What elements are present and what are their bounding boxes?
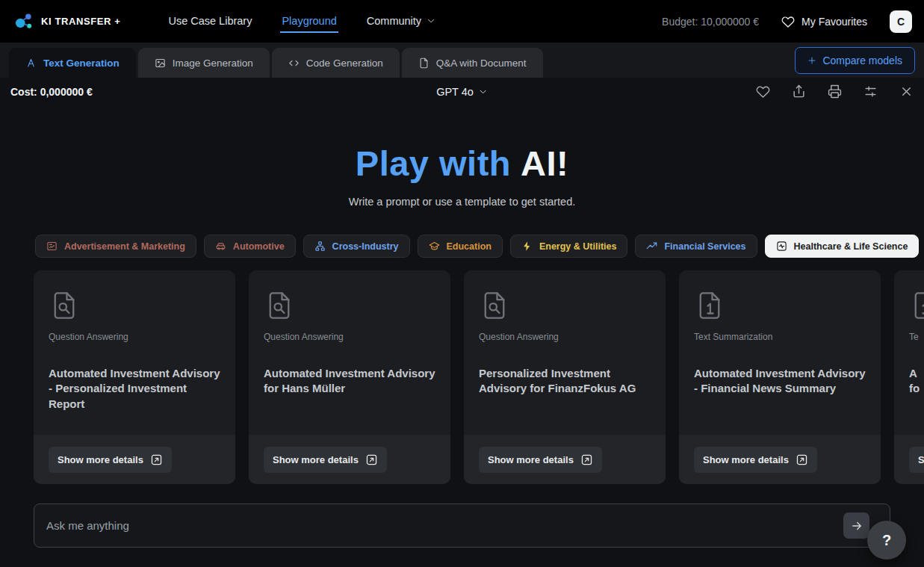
use-case-card: Question AnsweringPersonalized Investmen… — [464, 270, 666, 484]
card-title: Automated Investment Advisory for Hans M… — [264, 366, 435, 397]
arrow-up-right-icon — [365, 453, 378, 466]
tab-text-generation[interactable]: Text Generation — [9, 48, 136, 78]
logo-text: KI TRANSFER + — [41, 16, 120, 27]
close-icon[interactable] — [899, 84, 914, 99]
pulse-icon — [776, 241, 787, 252]
card-category-label: Question Answering — [479, 332, 651, 342]
use-case-cards: Question AnsweringAutomated Investment A… — [0, 270, 924, 484]
prompt-area — [34, 504, 890, 548]
logo-icon — [12, 10, 34, 33]
page-title-accent: Play with — [356, 143, 511, 183]
tune-icon[interactable] — [863, 84, 878, 99]
show-more-details-label: Show more details — [703, 454, 789, 465]
question-answering-icon — [264, 288, 295, 323]
generation-tabs: Text GenerationImage GenerationCode Gene… — [9, 48, 545, 78]
text-summarization-icon — [694, 288, 725, 323]
card-footer: Show more details — [34, 435, 235, 484]
compare-models-label: Compare models — [822, 55, 902, 66]
avatar[interactable]: C — [890, 10, 912, 33]
category-chip-financial-services[interactable]: Financial Services — [635, 235, 757, 258]
print-icon[interactable] — [828, 84, 842, 99]
qa-document-icon — [418, 58, 430, 69]
chip-label: Financial Services — [664, 241, 745, 252]
playground-toolbar: Cost: 0,000000 € GPT 4o — [0, 78, 924, 105]
graduation-cap-icon — [429, 241, 440, 252]
use-case-card: Question AnsweringAutomated Investment A… — [34, 270, 235, 484]
page-title: Play withAI! — [0, 143, 924, 184]
show-more-details-button[interactable]: Show more details — [694, 447, 817, 473]
arrow-right-icon — [850, 519, 863, 533]
show-more-details-button[interactable]: Show more details — [49, 447, 172, 473]
show-more-details-button[interactable]: Show more details — [909, 447, 924, 473]
my-favourites-button[interactable]: My Favourites — [781, 15, 867, 28]
chip-label: Education — [447, 241, 492, 252]
send-button[interactable] — [843, 512, 869, 539]
question-answering-icon — [49, 288, 80, 323]
card-title: Automated Investment Advisory - Personal… — [49, 366, 220, 412]
category-chip-advertisement-marketing[interactable]: Advertisement & Marketing — [35, 235, 196, 258]
page-title-rest: AI! — [521, 143, 568, 183]
heart-icon — [781, 15, 795, 28]
image-generation-icon — [155, 58, 166, 69]
chevron-down-icon — [427, 16, 435, 25]
navbar-right: Budget: 10,000000 € My Favourites C — [662, 10, 912, 33]
arrow-up-right-icon — [580, 453, 593, 466]
code-generation-icon — [288, 58, 300, 69]
chip-label: Automotive — [233, 241, 285, 252]
generation-tabbar: Text GenerationImage GenerationCode Gene… — [0, 43, 924, 78]
tab-label: Code Generation — [306, 58, 383, 69]
ad-icon — [46, 241, 58, 252]
nav-item-community[interactable]: Community — [365, 10, 437, 33]
question-answering-icon — [479, 288, 510, 323]
tab-label: Image Generation — [173, 58, 253, 69]
model-selector[interactable]: GPT 4o — [436, 86, 488, 98]
card-title: A fo — [909, 366, 924, 397]
chip-label: Healthcare & Life Science — [794, 241, 908, 252]
tab-image-generation[interactable]: Image Generation — [138, 48, 270, 78]
card-footer: Show more details — [679, 435, 881, 484]
trending-up-icon — [646, 241, 657, 252]
category-chip-cross-industry[interactable]: Cross-Industry — [303, 235, 410, 258]
tab-label: Q&A with Document — [436, 58, 527, 69]
show-more-details-label: Show more details — [273, 454, 359, 465]
category-chip-healthcare-life-science[interactable]: Healthcare & Life Science — [765, 235, 920, 258]
show-more-details-button[interactable]: Show more details — [264, 447, 387, 473]
navbar: KI TRANSFER + Use Case LibraryPlayground… — [0, 0, 924, 43]
plus-icon — [807, 56, 816, 65]
main-nav: Use Case LibraryPlaygroundCommunity — [167, 10, 437, 33]
compare-models-button[interactable]: Compare models — [795, 47, 915, 74]
bolt-icon — [521, 241, 533, 252]
category-chip-automotive[interactable]: Automotive — [204, 235, 296, 258]
category-chip-education[interactable]: Education — [418, 235, 503, 258]
budget-display: Budget: 10,000000 € — [662, 16, 759, 28]
card-category-label: Question Answering — [264, 332, 435, 342]
show-more-details-button[interactable]: Show more details — [479, 447, 602, 473]
use-case-card: Text SummarizationAutomated Investment A… — [679, 270, 881, 484]
chip-label: Advertisement & Marketing — [64, 241, 185, 252]
hierarchy-icon — [314, 241, 326, 252]
page-subtitle: Write a prompt or use a template to get … — [0, 196, 924, 208]
use-case-card: Question AnsweringAutomated Investment A… — [249, 270, 450, 484]
car-icon — [215, 241, 226, 252]
chevron-down-icon — [479, 87, 488, 96]
card-body: Question AnsweringPersonalized Investmen… — [464, 270, 666, 435]
nav-item-use-case-library[interactable]: Use Case Library — [167, 10, 253, 33]
card-footer: Show more details — [249, 435, 450, 484]
chip-label: Cross-Industry — [332, 241, 399, 252]
heart-icon[interactable] — [756, 84, 770, 99]
category-chip-energy-utilities[interactable]: Energy & Utilities — [510, 235, 628, 258]
tab-code-generation[interactable]: Code Generation — [272, 48, 400, 78]
show-more-details-label: Show more details — [488, 454, 574, 465]
tab-q-a-with-document[interactable]: Q&A with Document — [402, 48, 543, 78]
card-category-label: Te — [909, 332, 924, 342]
card-title: Automated Investment Advisory - Financia… — [694, 366, 866, 397]
logo[interactable]: KI TRANSFER + — [12, 10, 120, 33]
card-body: Question AnsweringAutomated Investment A… — [249, 270, 450, 435]
share-icon[interactable] — [792, 84, 806, 99]
prompt-input[interactable] — [34, 504, 890, 548]
card-category-label: Text Summarization — [694, 332, 866, 342]
nav-item-label: Use Case Library — [168, 15, 252, 27]
nav-item-playground[interactable]: Playground — [280, 10, 338, 33]
help-button[interactable]: ? — [867, 521, 906, 560]
chip-label: Energy & Utilities — [539, 241, 617, 252]
